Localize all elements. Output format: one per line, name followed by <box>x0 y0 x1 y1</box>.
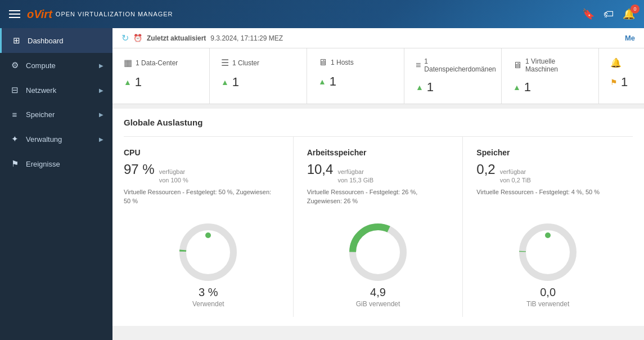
vms-icon: 🖥 <box>513 60 522 70</box>
timestamp: 9.3.2024, 17:11:29 MEZ <box>210 34 283 42</box>
ram-detail: Virtuelle Ressourcen - Festgelegt: 26 %,… <box>307 187 449 206</box>
top-navigation: oVirt OPEN VIRTUALIZATION MANAGER 🔖 🏷 🔔 … <box>0 0 644 28</box>
ram-avail-label: verfügbar von 15,3 GiB <box>337 168 373 185</box>
verwaltung-icon: ✦ <box>9 134 20 144</box>
util-col-ram: Arbeitsspeicher 10,4 verfügbar von 15,3 … <box>294 137 463 213</box>
compute-chevron-icon: ▶ <box>99 62 103 69</box>
card-hosts-title: 1 Hosts <box>331 59 354 66</box>
sidebar-item-dashboard[interactable]: ⊞ Dashboard <box>0 28 112 53</box>
netzwerk-chevron-icon: ▶ <box>99 87 103 93</box>
card-events-flag-icon: ⚑ <box>610 78 618 87</box>
card-events-count: 1 <box>621 75 628 90</box>
bookmark-icon[interactable]: 🔖 <box>582 8 595 20</box>
card-vms-up-icon: ▲ <box>513 83 521 92</box>
sidebar-label-verwaltung: Verwaltung <box>26 135 93 144</box>
card-hosts-count: 1 <box>330 74 336 89</box>
donut-charts-row: 3 % Verwendet 4,9 GiB verwendet <box>124 213 633 317</box>
sidebar-label-netzwerk: Netzwerk <box>26 86 93 95</box>
storage-donut-value: 0,0 <box>540 286 556 299</box>
sidebar-item-netzwerk[interactable]: ⊟ Netzwerk ▶ <box>0 78 112 102</box>
storage-name: Speicher <box>476 144 619 157</box>
donut-ram: 4,9 GiB verwendet <box>294 213 463 317</box>
speicher-icon: ≡ <box>9 110 20 119</box>
card-hosts[interactable]: 🖥 1 Hosts ▲ 1 <box>307 48 404 104</box>
card-data-center[interactable]: ▦ 1 Data-Center ▲ 1 <box>112 48 210 104</box>
ram-donut-chart <box>344 218 412 286</box>
sidebar-label-ereignisse: Ereignisse <box>26 160 103 168</box>
card-data-center-count: 1 <box>135 75 142 90</box>
tag-icon[interactable]: 🏷 <box>604 8 614 20</box>
card-cluster[interactable]: ☰ 1 Cluster ▲ 1 <box>210 48 307 104</box>
card-vms-count: 1 <box>524 80 531 95</box>
svg-point-7 <box>545 232 551 238</box>
summary-cards-row: ▦ 1 Data-Center ▲ 1 ☰ 1 Cluster ▲ 1 <box>112 48 644 104</box>
ereignisse-icon: ⚑ <box>9 159 20 169</box>
hosts-icon: 🖥 <box>318 57 327 68</box>
notification-icon[interactable]: 🔔 0 <box>623 8 635 20</box>
storage-value: 0,2 <box>476 162 495 177</box>
card-hosts-up-icon: ▲ <box>318 77 326 86</box>
data-center-icon: ▦ <box>124 57 132 68</box>
utilization-grid: CPU 97 % verfügbar von 100 % Virtuelle R… <box>124 136 633 213</box>
card-storage-domains[interactable]: ≡ 1 Datenspeicherdomänen ▲ 1 <box>404 48 502 104</box>
card-cluster-count: 1 <box>232 75 239 90</box>
hamburger-menu[interactable] <box>9 10 20 18</box>
cpu-donut-value: 3 % <box>199 286 218 299</box>
last-updated-icon: ⏰ <box>133 34 142 42</box>
verwaltung-chevron-icon: ▶ <box>99 136 103 142</box>
utilization-title: Globale Auslastung <box>124 118 633 127</box>
ram-donut-unit: GiB verwendet <box>356 300 400 308</box>
card-events[interactable]: 🔔 ⚑ 1 <box>599 48 644 104</box>
sidebar-label-compute: Compute <box>26 61 93 70</box>
refresh-button[interactable]: ↻ <box>121 33 129 43</box>
storage-donut-unit: TiB verwendet <box>526 300 569 308</box>
ram-value: 10,4 <box>307 162 334 177</box>
card-vms-title: 1 Virtuelle Maschinen <box>525 57 587 73</box>
last-updated-label: Zuletzt aktualisiert <box>147 34 206 42</box>
netzwerk-icon: ⊟ <box>9 85 20 95</box>
dashboard-icon: ⊞ <box>11 35 22 46</box>
utilization-section: Globale Auslastung CPU 97 % verfügbar vo… <box>112 109 644 326</box>
sidebar-item-speicher[interactable]: ≡ Speicher ▶ <box>0 102 112 127</box>
cpu-donut-chart <box>174 218 242 286</box>
storage-avail-label: verfügbar von 0,2 TiB <box>500 168 531 185</box>
app-logo: oVirt OPEN VIRTUALIZATION MANAGER <box>27 8 173 21</box>
ram-name: Arbeitsspeicher <box>307 144 449 157</box>
card-data-center-up-icon: ▲ <box>124 78 132 87</box>
more-button[interactable]: Me <box>625 34 635 42</box>
main-content: ↻ ⏰ Zuletzt aktualisiert 9.3.2024, 17:11… <box>112 28 644 340</box>
card-storage-title: 1 Datenspeicherdomänen <box>424 57 496 73</box>
notification-badge: 0 <box>631 5 640 14</box>
speicher-chevron-icon: ▶ <box>99 111 103 118</box>
cluster-icon: ☰ <box>221 57 229 68</box>
donut-storage: 0,0 TiB verwendet <box>463 213 633 317</box>
events-bell-icon: 🔔 <box>610 57 622 68</box>
card-data-center-title: 1 Data-Center <box>136 59 178 67</box>
storage-icon: ≡ <box>416 60 421 70</box>
card-vms[interactable]: 🖥 1 Virtuelle Maschinen ▲ 1 <box>502 48 599 104</box>
card-cluster-title: 1 Cluster <box>232 59 259 67</box>
sidebar-item-compute[interactable]: ⚙ Compute ▶ <box>0 53 112 78</box>
donut-cpu: 3 % Verwendet <box>124 213 294 317</box>
svg-point-2 <box>205 232 211 238</box>
sidebar-label-dashboard: Dashboard <box>28 37 103 45</box>
sidebar-item-ereignisse[interactable]: ⚑ Ereignisse <box>0 151 112 176</box>
card-storage-count: 1 <box>427 80 434 95</box>
status-bar: ↻ ⏰ Zuletzt aktualisiert 9.3.2024, 17:11… <box>112 28 644 48</box>
sidebar-item-verwaltung[interactable]: ✦ Verwaltung ▶ <box>0 127 112 151</box>
cpu-name: CPU <box>124 144 280 157</box>
ovirt-logo-icon: oVirt <box>27 8 52 21</box>
util-col-cpu: CPU 97 % verfügbar von 100 % Virtuelle R… <box>124 137 294 213</box>
storage-detail: Virtuelle Ressourcen - Festgelegt: 4 %, … <box>476 187 619 197</box>
sidebar: ⊞ Dashboard ⚙ Compute ▶ ⊟ Netzwerk ▶ ≡ S… <box>0 28 112 340</box>
card-storage-up-icon: ▲ <box>416 83 424 92</box>
card-cluster-up-icon: ▲ <box>221 78 229 87</box>
ram-donut-value: 4,9 <box>370 286 386 299</box>
util-col-storage: Speicher 0,2 verfügbar von 0,2 TiB Virtu… <box>463 137 633 213</box>
topnav-actions: 🔖 🏷 🔔 0 <box>582 8 635 20</box>
sidebar-label-speicher: Speicher <box>26 110 93 119</box>
storage-donut-chart <box>514 218 582 286</box>
cpu-donut-unit: Verwendet <box>192 300 224 308</box>
cpu-detail: Virtuelle Ressourcen - Festgelegt: 50 %,… <box>124 187 280 206</box>
compute-icon: ⚙ <box>9 60 20 70</box>
